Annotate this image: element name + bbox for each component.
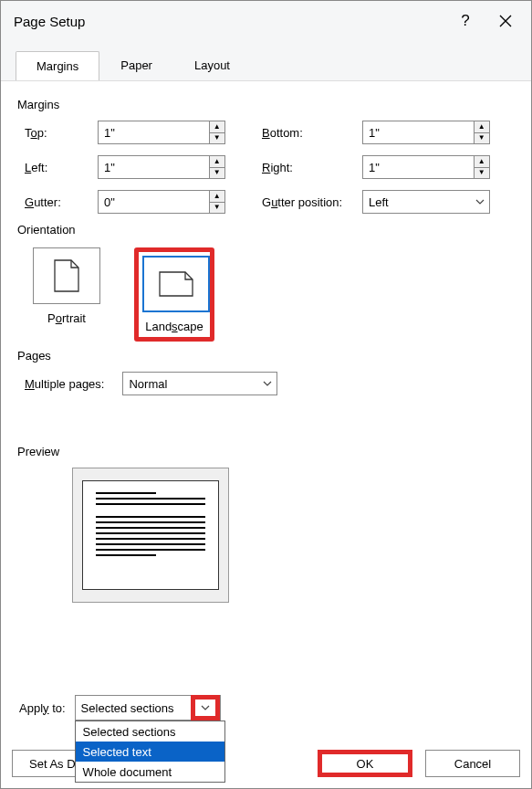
gutter-position-select[interactable]: Left — [362, 190, 490, 214]
bottom-input[interactable] — [363, 121, 474, 143]
tab-layout[interactable]: Layout — [173, 50, 251, 79]
bottom-spinner[interactable]: ▲ ▼ — [362, 121, 490, 144]
margins-group-label: Margins — [17, 98, 515, 111]
apply-to-arrow-highlight — [191, 695, 220, 721]
orientation-portrait[interactable]: Portrait — [26, 247, 107, 342]
preview-box — [72, 468, 229, 603]
left-input[interactable] — [99, 156, 209, 178]
right-spin-down[interactable]: ▼ — [475, 168, 489, 179]
apply-to-select[interactable]: Selected sections — [75, 695, 221, 721]
gutter-spin-up[interactable]: ▲ — [210, 191, 224, 203]
apply-option-whole-document[interactable]: Whole document — [76, 762, 224, 782]
landscape-icon — [142, 256, 210, 312]
left-spin-up[interactable]: ▲ — [210, 156, 224, 168]
page-setup-dialog: Page Setup ? Margins Paper Layout Margin… — [0, 0, 532, 789]
gutter-input[interactable] — [99, 191, 209, 213]
right-input[interactable] — [363, 156, 474, 178]
tabstrip: Margins Paper Layout — [1, 41, 531, 80]
orientation-group-label: Orientation — [17, 223, 515, 237]
window-title: Page Setup — [14, 14, 445, 29]
apply-option-selected-sections[interactable]: Selected sections — [76, 721, 224, 742]
left-spin-down[interactable]: ▼ — [210, 168, 224, 179]
top-spin-down[interactable]: ▼ — [210, 133, 224, 144]
tab-body: Margins Top: ▲ ▼ Bottom: ▲ ▼ Left: — [1, 80, 531, 615]
chevron-down-icon — [258, 373, 276, 394]
tab-paper[interactable]: Paper — [99, 50, 173, 79]
margins-grid: Top: ▲ ▼ Bottom: ▲ ▼ Left: — [25, 121, 515, 214]
right-spinner[interactable]: ▲ ▼ — [362, 155, 490, 179]
portrait-icon — [33, 247, 100, 304]
apply-to-label: Apply to: — [19, 701, 66, 715]
tab-margins[interactable]: Margins — [16, 51, 99, 80]
bottom-spin-down[interactable]: ▼ — [475, 133, 489, 144]
left-spinner[interactable]: ▲ ▼ — [98, 155, 225, 179]
right-spin-up[interactable]: ▲ — [475, 156, 489, 168]
chevron-down-icon[interactable] — [195, 700, 215, 716]
multiple-pages-select[interactable]: Normal — [122, 372, 277, 395]
orientation-landscape[interactable]: Landscape — [134, 247, 214, 342]
apply-option-selected-text[interactable]: Selected text — [76, 742, 224, 762]
orientation-row: Portrait Landscape — [26, 247, 515, 342]
bottom-label: Bottom: — [262, 126, 362, 140]
chevron-down-icon — [471, 191, 489, 213]
portrait-label: Portrait — [26, 311, 107, 325]
top-spinner[interactable]: ▲ ▼ — [98, 121, 225, 144]
top-label: Top: — [25, 126, 98, 140]
help-button[interactable]: ? — [445, 5, 485, 37]
close-button[interactable] — [485, 5, 526, 37]
gutter-position-label: Gutter position: — [262, 195, 362, 209]
preview-group-label: Preview — [17, 445, 515, 458]
apply-to-value: Selected sections — [76, 701, 191, 715]
multiple-pages-label: Multiple pages: — [25, 377, 104, 391]
multiple-pages-value: Normal — [123, 377, 258, 391]
titlebar: Page Setup ? — [1, 1, 531, 41]
bottom-spin-up[interactable]: ▲ — [475, 121, 489, 133]
pages-row: Multiple pages: Normal — [25, 372, 515, 395]
left-label: Left: — [25, 161, 98, 174]
apply-to-dropdown: Selected sections Selected text Whole do… — [75, 721, 225, 783]
landscape-label: Landscape — [142, 320, 206, 333]
top-spin-up[interactable]: ▲ — [210, 121, 224, 133]
apply-to-row: Apply to: Selected sections Selected sec… — [19, 695, 221, 721]
top-input[interactable] — [99, 121, 209, 143]
ok-button[interactable]: OK — [318, 750, 412, 777]
gutter-spinner[interactable]: ▲ ▼ — [98, 190, 225, 214]
preview-page-icon — [82, 480, 219, 590]
gutter-position-value: Left — [363, 195, 471, 209]
gutter-label: Gutter: — [25, 195, 98, 209]
cancel-button[interactable]: Cancel — [425, 750, 520, 777]
right-label: Right: — [262, 161, 362, 174]
gutter-spin-down[interactable]: ▼ — [210, 203, 224, 214]
pages-group-label: Pages — [17, 349, 515, 363]
